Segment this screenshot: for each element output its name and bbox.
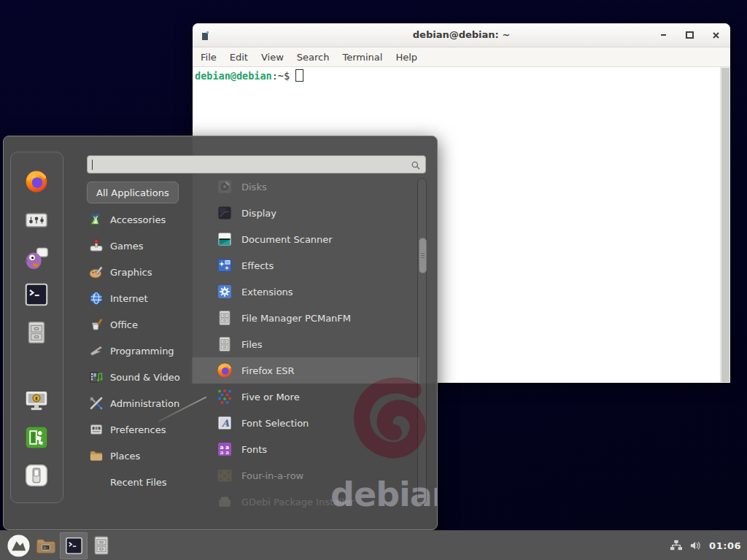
favorite-terminal-button[interactable] [23, 281, 50, 308]
category-preferences[interactable]: Preferences [85, 416, 195, 443]
minimize-button[interactable] [659, 31, 667, 39]
blank-icon [89, 475, 104, 489]
favorite-pidgin-button[interactable] [23, 245, 50, 271]
close-button[interactable] [711, 31, 720, 39]
category-recent-files[interactable]: Recent Files [85, 469, 195, 495]
terminal-scrollbar-thumb[interactable] [721, 68, 729, 382]
app-item-firefox-esr[interactable]: Firefox ESR [192, 357, 419, 384]
font-selection-icon: A [216, 414, 233, 432]
category-office[interactable]: Office [85, 311, 195, 338]
app-item-file-manager-pcmanfm[interactable]: File Manager PCManFM [192, 305, 419, 331]
category-sound-video[interactable]: Sound & Video [85, 364, 195, 390]
firefox-icon [216, 362, 233, 379]
svg-text:D:: D: [44, 545, 48, 550]
internet-icon [89, 291, 104, 306]
terminal-menu-view[interactable]: View [255, 52, 290, 63]
favorite-firefox-button[interactable] [23, 168, 50, 195]
sound-video-icon [89, 370, 104, 384]
search-input[interactable] [87, 155, 426, 174]
favorite-shutdown-button[interactable] [23, 462, 50, 489]
app-item-label: Font Selection [241, 418, 309, 429]
favorite-lock-screen-button[interactable] [23, 387, 50, 413]
four-in-a-row-icon [216, 467, 233, 484]
terminal-menubar: FileEditViewSearchTerminalHelp [193, 47, 730, 67]
office-icon [89, 317, 104, 332]
app-item-five-or-more[interactable]: Five or More [192, 384, 419, 410]
terminal-menu-search[interactable]: Search [290, 52, 336, 63]
app-item-files[interactable]: Files [192, 331, 419, 357]
svg-text:a a: a a [220, 449, 229, 456]
app-item-effects[interactable]: Effects [192, 252, 419, 279]
terminal-scrollbar[interactable] [720, 67, 730, 383]
favorite-log-out-button[interactable] [23, 424, 50, 451]
category-accessories[interactable]: Accessories [85, 206, 195, 233]
app-item-document-scanner[interactable]: Document Scanner [192, 226, 419, 252]
terminal-menu-terminal[interactable]: Terminal [336, 52, 389, 63]
taskbar-terminal-active-button[interactable] [60, 532, 88, 559]
app-item-fonts[interactable]: a a a aFonts [192, 436, 419, 462]
pidgin-icon [23, 245, 50, 271]
preferences-icon [89, 422, 104, 437]
app-item-disks[interactable]: Disks [192, 174, 419, 200]
category-games[interactable]: Games [85, 233, 195, 259]
terminal-menu-help[interactable]: Help [389, 52, 424, 63]
file-manager-icon [90, 534, 112, 556]
network-icon[interactable] [670, 540, 683, 551]
terminal-icon [64, 536, 84, 556]
category-places[interactable]: Places [85, 443, 195, 469]
category-label: Graphics [110, 267, 152, 278]
app-item-display[interactable]: Display [192, 200, 419, 226]
taskbar-file-manager-button[interactable] [88, 532, 115, 559]
app-item-gdebi-package-installer[interactable]: GDebi Package Installer [192, 489, 419, 515]
app-item-extensions[interactable]: Extensions [192, 279, 419, 305]
favorite-control-center-button[interactable] [23, 207, 50, 233]
maximize-button[interactable] [685, 31, 694, 39]
gdebi-icon [216, 493, 233, 510]
shell-prompt: debian@debian:~$ [195, 69, 303, 82]
app-item-label: Firefox ESR [241, 365, 295, 376]
taskbar-desktop-folder-button[interactable]: D: [32, 532, 60, 559]
category-label: Programming [110, 346, 174, 357]
taskbar: D: 01:06 [0, 530, 747, 560]
category-graphics[interactable]: Graphics [85, 259, 195, 285]
search-icon [411, 160, 421, 170]
menu-favorites [10, 152, 63, 503]
effects-icon [216, 257, 233, 274]
desktop-folder-icon: D: [35, 534, 57, 556]
terminal-menu-file[interactable]: File [194, 52, 223, 63]
svg-text:A: A [221, 418, 230, 429]
games-icon [89, 238, 104, 253]
app-item-label: Display [241, 208, 276, 219]
terminal-icon [23, 281, 50, 308]
window-controls [659, 23, 720, 47]
category-label: Recent Files [110, 477, 167, 488]
graphics-icon [89, 265, 104, 279]
favorite-file-manager-button[interactable] [23, 319, 50, 346]
app-item-font-selection[interactable]: AFont Selection [192, 410, 419, 436]
volume-icon[interactable] [689, 540, 703, 551]
taskbar-clock[interactable]: 01:06 [709, 540, 741, 551]
taskbar-launchers: D: [0, 532, 115, 559]
category-all-applications[interactable]: All Applications [87, 182, 179, 203]
category-label: Internet [110, 293, 148, 304]
app-item-label: Document Scanner [241, 234, 333, 245]
file-manager-icon [216, 335, 233, 353]
document-scanner-icon [216, 230, 233, 248]
category-internet[interactable]: Internet [85, 285, 195, 311]
text-caret [92, 160, 93, 170]
terminal-menu-edit[interactable]: Edit [223, 52, 255, 63]
app-item-four-in-a-row[interactable]: Four-in-a-row [192, 462, 419, 489]
cinnamon-menu-icon [7, 534, 31, 558]
category-administration[interactable]: Administration [85, 390, 195, 416]
category-label: Office [110, 319, 138, 330]
programming-icon [89, 343, 104, 358]
category-programming[interactable]: Programming [85, 338, 195, 364]
terminal-titlebar[interactable]: debian@debian: ~ [193, 23, 730, 47]
category-label: Administration [110, 398, 179, 409]
menu-app-list: Disks Display Document Scanner Effects E… [192, 174, 419, 515]
app-list-scrollbar-thumb[interactable] [419, 238, 427, 273]
extensions-icon [216, 283, 233, 300]
app-list-scrollbar[interactable] [417, 178, 427, 505]
category-label: Places [110, 451, 140, 462]
taskbar-cinnamon-menu-button[interactable] [4, 532, 32, 559]
